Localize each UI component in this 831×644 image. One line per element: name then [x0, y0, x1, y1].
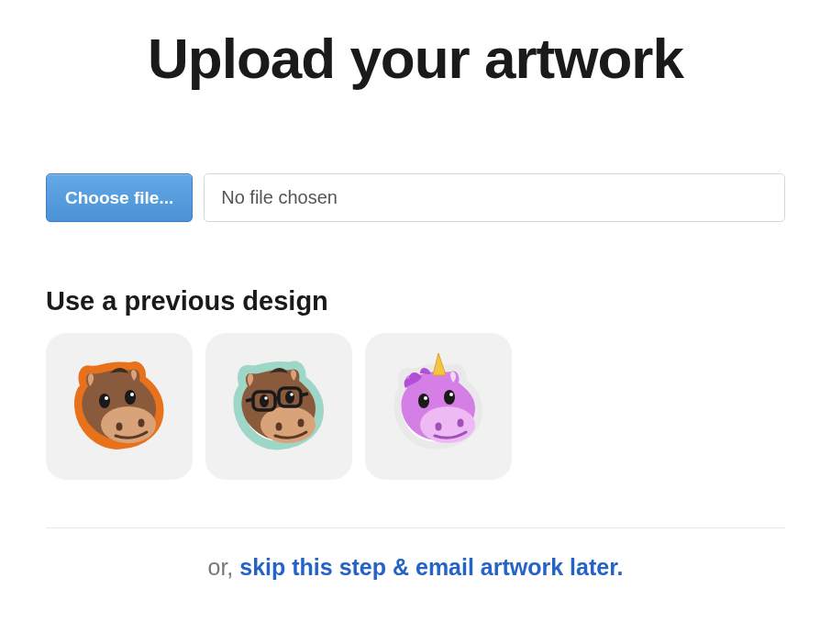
- svg-point-9: [298, 419, 305, 427]
- skip-step-link[interactable]: skip this step & email artwork later.: [239, 554, 623, 580]
- svg-point-20: [424, 396, 427, 400]
- svg-point-5: [125, 390, 136, 405]
- svg-point-12: [285, 391, 294, 404]
- svg-point-10: [260, 394, 269, 407]
- svg-point-19: [418, 394, 429, 408]
- skip-step-row: or, skip this step & email artwork later…: [46, 554, 785, 581]
- donkey-glasses-teal-icon: [224, 350, 334, 463]
- svg-point-4: [105, 396, 108, 400]
- upload-row: Choose file... No file chosen: [46, 173, 785, 222]
- previous-design-tile[interactable]: [46, 333, 193, 480]
- unicorn-pink-icon: [383, 350, 493, 463]
- previous-design-heading: Use a previous design: [46, 286, 785, 316]
- svg-point-3: [99, 394, 110, 408]
- section-divider: [46, 527, 785, 528]
- svg-point-21: [444, 390, 455, 405]
- previous-design-tile[interactable]: [365, 333, 512, 480]
- previous-design-tile[interactable]: [205, 333, 352, 480]
- file-status-display[interactable]: No file chosen: [204, 173, 785, 222]
- previous-design-grid: [46, 333, 785, 480]
- svg-point-6: [130, 393, 134, 396]
- svg-point-2: [138, 419, 145, 427]
- donkey-orange-icon: [64, 350, 174, 463]
- page-title: Upload your artwork: [46, 26, 785, 91]
- svg-point-11: [264, 396, 268, 400]
- svg-point-13: [290, 393, 294, 396]
- svg-point-17: [436, 423, 442, 431]
- svg-point-18: [458, 419, 464, 427]
- svg-point-1: [116, 423, 123, 431]
- choose-file-button[interactable]: Choose file...: [46, 173, 193, 222]
- svg-point-22: [449, 393, 453, 396]
- skip-prefix: or,: [208, 554, 240, 580]
- svg-point-8: [276, 423, 283, 431]
